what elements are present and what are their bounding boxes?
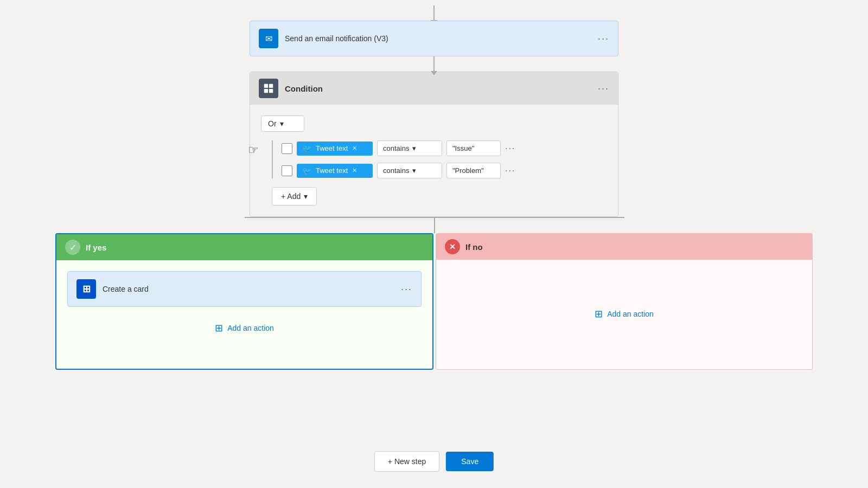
add-action-icon-yes: ⊞ xyxy=(215,322,223,334)
add-condition-label: + Add xyxy=(281,192,301,201)
new-step-button[interactable]: + New step xyxy=(374,451,439,472)
condition-tag-close-1[interactable]: ✕ xyxy=(352,145,357,152)
if-no-add-action-btn[interactable]: ⊞ Add an action xyxy=(595,308,654,320)
condition-tag-label-2: Tweet text xyxy=(316,166,348,175)
condition-operator-label-1: contains xyxy=(383,144,409,152)
add-action-icon-no: ⊞ xyxy=(595,308,603,320)
x-icon: ✕ xyxy=(445,239,460,254)
branch-connector xyxy=(54,217,814,233)
condition-value-2: "Problem" xyxy=(446,163,501,178)
condition-tag-close-2[interactable]: ✕ xyxy=(352,167,357,174)
email-icon: ✉ xyxy=(265,34,272,44)
if-no-header: ✕ If no xyxy=(436,234,812,260)
chevron-icon-2: ▾ xyxy=(412,166,436,175)
email-step: ✉ Send an email notification (V3) ··· xyxy=(250,21,618,56)
if-yes-label: If yes xyxy=(86,243,106,252)
branch-container: ✓ If yes ⊞ Create a card ··· ⊞ Add an ac… xyxy=(54,233,814,370)
save-button[interactable]: Save xyxy=(446,452,494,471)
create-card-more[interactable]: ··· xyxy=(401,284,412,295)
chevron-icon-1: ▾ xyxy=(412,144,436,152)
trello-icon: ⊞ xyxy=(82,283,91,295)
condition-header: Condition ··· xyxy=(250,72,618,105)
condition-operator-1[interactable]: contains ▾ xyxy=(377,140,442,156)
condition-body: Or ▾ 🐦 Tweet text ✕ contains ▾ "Is xyxy=(250,105,618,216)
or-dropdown[interactable]: Or ▾ xyxy=(261,115,304,132)
condition-block: Condition ··· Or ▾ 🐦 Tweet text ✕ co xyxy=(250,72,618,217)
if-no-branch: ✕ If no ⊞ Add an action xyxy=(436,233,813,370)
condition-icon xyxy=(263,82,275,94)
email-step-title: Send an email notification (V3) xyxy=(285,34,591,43)
arrow-2 xyxy=(433,56,435,72)
if-no-body: ⊞ Add an action xyxy=(436,260,812,368)
condition-operator-2[interactable]: contains ▾ xyxy=(377,163,442,178)
condition-checkbox-2[interactable] xyxy=(282,165,292,176)
if-yes-add-action-btn[interactable]: ⊞ Add an action xyxy=(67,316,422,341)
email-step-more[interactable]: ··· xyxy=(598,33,609,44)
if-yes-body: ⊞ Create a card ··· ⊞ Add an action xyxy=(56,260,432,369)
if-no-add-action-label: Add an action xyxy=(607,310,654,318)
add-condition-btn[interactable]: + Add ▾ xyxy=(272,187,317,206)
if-yes-header: ✓ If yes xyxy=(56,234,432,260)
svg-rect-3 xyxy=(269,89,273,93)
condition-rows: 🐦 Tweet text ✕ contains ▾ "Issue" ··· xyxy=(272,140,607,178)
if-yes-add-action-label: Add an action xyxy=(227,324,274,332)
twitter-icon-2: 🐦 xyxy=(302,166,311,175)
condition-more[interactable]: ··· xyxy=(598,83,609,94)
bottom-bar: + New step Save xyxy=(374,451,494,472)
condition-row-2: 🐦 Tweet text ✕ contains ▾ "Problem" ··· xyxy=(282,163,607,178)
create-card-title: Create a card xyxy=(103,285,394,293)
condition-row-more-1[interactable]: ··· xyxy=(505,144,515,153)
condition-checkbox-1[interactable] xyxy=(282,143,292,154)
condition-operator-label-2: contains xyxy=(383,166,409,175)
if-no-label: If no xyxy=(465,242,483,252)
condition-tag-1: 🐦 Tweet text ✕ xyxy=(297,142,373,156)
condition-value-1: "Issue" xyxy=(446,140,501,156)
create-card-step: ⊞ Create a card ··· xyxy=(67,271,422,307)
chevron-add-icon: ▾ xyxy=(304,192,308,201)
svg-rect-1 xyxy=(269,84,273,88)
chevron-down-icon: ▾ xyxy=(280,119,284,128)
check-icon: ✓ xyxy=(65,240,80,255)
top-arrow xyxy=(433,5,435,21)
trello-icon-wrap: ⊞ xyxy=(76,279,96,299)
if-yes-branch: ✓ If yes ⊞ Create a card ··· ⊞ Add an ac… xyxy=(55,233,433,370)
condition-row-1: 🐦 Tweet text ✕ contains ▾ "Issue" ··· xyxy=(282,140,607,156)
condition-tag-2: 🐦 Tweet text ✕ xyxy=(297,164,373,178)
condition-row-more-2[interactable]: ··· xyxy=(505,166,515,176)
or-label: Or xyxy=(268,119,277,128)
twitter-icon-1: 🐦 xyxy=(302,144,311,153)
condition-title: Condition xyxy=(285,84,591,93)
svg-rect-2 xyxy=(264,89,268,93)
svg-rect-0 xyxy=(264,84,268,88)
condition-tag-label-1: Tweet text xyxy=(316,144,348,152)
condition-icon-wrap xyxy=(259,79,278,98)
email-step-icon: ✉ xyxy=(259,29,278,48)
